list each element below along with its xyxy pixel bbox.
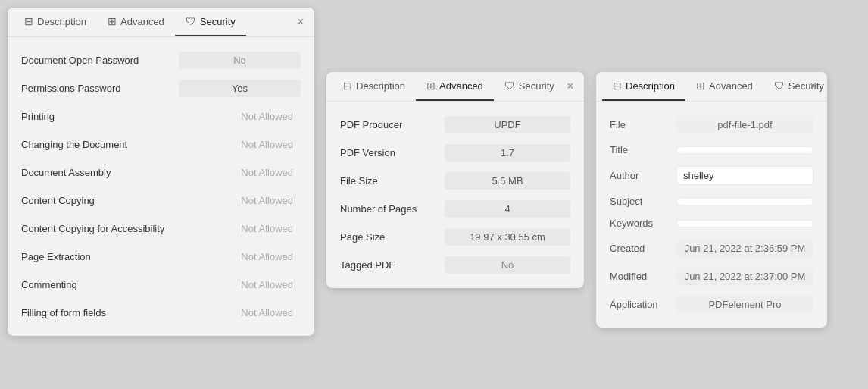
prop-label: File Size xyxy=(340,175,439,187)
prop-value: 5.5 MB xyxy=(445,172,570,190)
prop-label: PDF Version xyxy=(340,147,439,158)
prop-value: 1.7 xyxy=(445,144,570,162)
prop-value: Not Allowed xyxy=(179,164,301,181)
tab-label-description-1: Description xyxy=(37,16,86,27)
advanced-icon-1: ⊞ xyxy=(108,15,117,27)
table-row: Title xyxy=(596,139,827,161)
prop-label: File xyxy=(610,119,670,130)
prop-value: Jun 21, 2022 at 2:37:00 PM xyxy=(676,268,813,285)
tab-label-security-1: Security xyxy=(200,16,236,27)
tab-advanced-1[interactable]: ⊞ Advanced xyxy=(97,8,175,36)
security-icon-3: 🛡 xyxy=(774,80,785,92)
prop-label: Permissions Password xyxy=(21,83,173,94)
security-panel: ⊟ Description ⊞ Advanced 🛡 Security × Do… xyxy=(8,8,314,336)
prop-label: Modified xyxy=(610,271,670,282)
prop-label: Tagged PDF xyxy=(340,259,439,271)
advanced-icon-2: ⊞ xyxy=(426,80,436,92)
prop-value: 19.97 x 30.55 cm xyxy=(445,228,570,246)
tab-description-1[interactable]: ⊟ Description xyxy=(14,8,97,36)
advanced-icon-3: ⊞ xyxy=(696,80,705,92)
table-row: File Size5.5 MB xyxy=(326,167,584,195)
tab-advanced-2[interactable]: ⊞ Advanced xyxy=(416,72,494,101)
tab-label-advanced-1: Advanced xyxy=(120,16,164,27)
prop-label: Number of Pages xyxy=(340,203,439,215)
table-row: Authorshelley xyxy=(596,161,827,190)
prop-value: No xyxy=(445,256,570,274)
tab-label-description-3: Description xyxy=(626,80,675,92)
panel2-tabs: ⊟ Description ⊞ Advanced 🛡 Security × xyxy=(326,72,584,102)
close-button-1[interactable]: × xyxy=(293,14,308,30)
prop-value: Yes xyxy=(179,80,301,97)
table-row: Changing the DocumentNot Allowed xyxy=(8,130,314,158)
prop-value: No xyxy=(179,52,301,69)
tab-security-1[interactable]: 🛡 Security xyxy=(175,8,246,36)
table-row: PDF ProducerUPDF xyxy=(326,111,584,139)
panel1-content: Document Open PasswordNoPermissions Pass… xyxy=(8,37,314,336)
table-row: Document Open PasswordNo xyxy=(8,46,314,74)
tab-label-security-2: Security xyxy=(519,80,554,92)
tab-security-2[interactable]: 🛡 Security xyxy=(494,72,565,101)
table-row: Page ExtractionNot Allowed xyxy=(8,243,314,271)
table-row: ModifiedJun 21, 2022 at 2:37:00 PM xyxy=(596,262,827,290)
prop-value: UPDF xyxy=(445,116,570,133)
prop-value: Not Allowed xyxy=(179,136,301,153)
tab-advanced-3[interactable]: ⊞ Advanced xyxy=(685,72,763,101)
advanced-panel: ⊟ Description ⊞ Advanced 🛡 Security × PD… xyxy=(326,72,584,288)
tab-description-3[interactable]: ⊟ Description xyxy=(602,72,685,101)
prop-label: Document Open Password xyxy=(21,55,173,66)
prop-value[interactable]: shelley xyxy=(676,166,813,185)
security-icon-1: 🛡 xyxy=(186,15,196,27)
prop-label: Application xyxy=(610,299,670,310)
prop-value: 4 xyxy=(445,200,570,218)
table-row: Permissions PasswordYes xyxy=(8,74,314,102)
prop-label: PDF Producer xyxy=(340,119,439,130)
table-row: Filling of form fieldsNot Allowed xyxy=(8,299,314,327)
panel2-content: PDF ProducerUPDFPDF Version1.7File Size5… xyxy=(326,102,584,288)
prop-value: PDFelement Pro xyxy=(676,296,813,313)
description-icon-2: ⊟ xyxy=(343,80,352,92)
prop-value[interactable] xyxy=(676,198,813,205)
table-row: Filepdf-file-1.pdf xyxy=(596,111,827,139)
prop-label: Filling of form fields xyxy=(21,307,173,318)
prop-label: Changing the Document xyxy=(21,139,173,150)
prop-value: Not Allowed xyxy=(179,248,301,265)
prop-label: Page Extraction xyxy=(21,251,173,262)
table-row: ApplicationPDFelement Pro xyxy=(596,290,827,318)
prop-value[interactable] xyxy=(676,220,813,227)
prop-value[interactable] xyxy=(676,146,813,154)
prop-value: Not Allowed xyxy=(179,108,301,125)
table-row: Page Size19.97 x 30.55 cm xyxy=(326,223,584,251)
table-row: Subject xyxy=(596,190,827,212)
close-button-2[interactable]: × xyxy=(563,79,578,94)
prop-value: Not Allowed xyxy=(179,276,301,293)
prop-label: Page Size xyxy=(340,231,439,243)
panel1-tabs: ⊟ Description ⊞ Advanced 🛡 Security × xyxy=(8,8,314,37)
description-icon-1: ⊟ xyxy=(24,15,33,27)
prop-label: Document Assembly xyxy=(21,167,173,178)
prop-value: Not Allowed xyxy=(179,192,301,209)
table-row: CommentingNot Allowed xyxy=(8,271,314,299)
prop-label: Commenting xyxy=(21,279,173,290)
table-row: CreatedJun 21, 2022 at 2:36:59 PM xyxy=(596,234,827,262)
tab-label-description-2: Description xyxy=(356,80,405,92)
panel3-content: Filepdf-file-1.pdfTitleAuthorshelleySubj… xyxy=(596,102,827,328)
panel3-tabs: ⊟ Description ⊞ Advanced 🛡 Security × xyxy=(596,72,827,102)
tab-label-advanced-3: Advanced xyxy=(709,80,753,92)
prop-value: Jun 21, 2022 at 2:36:59 PM xyxy=(676,240,813,257)
description-panel: ⊟ Description ⊞ Advanced 🛡 Security × Fi… xyxy=(596,72,827,328)
table-row: Number of Pages4 xyxy=(326,195,584,223)
table-row: Content Copying for AccessibilityNot All… xyxy=(8,215,314,243)
table-row: Keywords xyxy=(596,212,827,234)
prop-value: Not Allowed xyxy=(179,220,301,237)
prop-label: Keywords xyxy=(610,218,670,229)
close-button-3[interactable]: × xyxy=(806,79,821,94)
prop-label: Content Copying xyxy=(21,195,173,206)
tab-label-advanced-2: Advanced xyxy=(439,80,483,92)
prop-label: Title xyxy=(610,144,670,155)
table-row: PDF Version1.7 xyxy=(326,139,584,167)
tab-description-2[interactable]: ⊟ Description xyxy=(333,72,416,101)
prop-value: pdf-file-1.pdf xyxy=(676,116,813,133)
prop-label: Subject xyxy=(610,196,670,207)
table-row: Document AssemblyNot Allowed xyxy=(8,158,314,187)
table-row: Tagged PDFNo xyxy=(326,251,584,279)
